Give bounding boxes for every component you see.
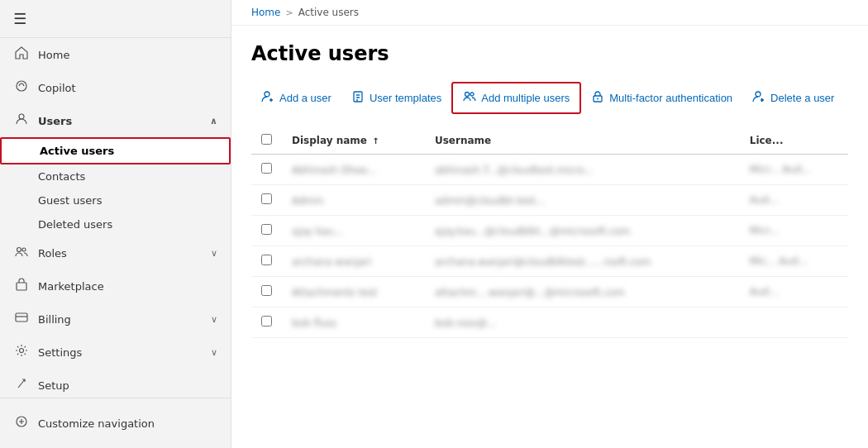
sidebar-subitem-guest-users[interactable]: Guest users	[0, 188, 231, 212]
cell-display-name: Attachments test	[282, 277, 425, 307]
svg-point-8	[265, 92, 269, 97]
sidebar-item-setup-label: Setup	[38, 379, 69, 392]
roles-icon	[13, 245, 30, 261]
sidebar-item-copilot[interactable]: Copilot	[0, 71, 231, 104]
cell-display-name: Admin	[282, 185, 425, 216]
table-row[interactable]: Admin admin@cloudbt-test... Aud...	[251, 185, 848, 216]
customize-navigation-label: Customize navigation	[38, 417, 155, 430]
table-row[interactable]: ajay kau... ajay.kau...@cloudblkt...@mic…	[251, 216, 848, 246]
header-username: Username	[425, 127, 740, 155]
customize-navigation-item[interactable]: Customize navigation	[13, 407, 217, 440]
cell-license: Aud...	[740, 185, 848, 216]
add-multiple-users-button[interactable]: Add multiple users	[451, 82, 581, 114]
user-templates-icon	[351, 90, 365, 106]
svg-rect-4	[17, 283, 26, 290]
svg-point-3	[22, 248, 26, 251]
svg-point-10	[465, 93, 470, 97]
cell-username: ajay.kau...@cloudblkt...@microsoft.com	[425, 216, 740, 246]
table-row[interactable]: Attachments test attachm....wanjari@...@…	[251, 277, 848, 307]
sidebar-item-marketplace[interactable]: Marketplace	[0, 269, 231, 303]
cell-display-name: ajay kau...	[282, 216, 425, 246]
copilot-icon	[13, 79, 30, 96]
sidebar-item-users[interactable]: Users ∧	[0, 104, 231, 137]
page-title: Active users	[251, 42, 848, 65]
cell-license: Micr... Aud...	[740, 155, 848, 185]
row-checkbox[interactable]	[261, 255, 272, 265]
sidebar-bottom: Customize navigation	[0, 398, 231, 448]
row-checkbox[interactable]	[261, 224, 272, 235]
users-icon	[13, 112, 30, 129]
sidebar-item-settings[interactable]: Settings ∨	[0, 336, 231, 369]
row-checkbox[interactable]	[261, 285, 272, 296]
sidebar: ☰ Home Copilot Users ∧ Active users	[0, 0, 231, 448]
add-multiple-users-label: Add multiple users	[481, 92, 570, 104]
svg-point-6	[20, 349, 24, 353]
sidebar-item-billing-label: Billing	[38, 313, 71, 326]
mfa-button[interactable]: Multi-factor authentication	[581, 83, 742, 112]
sidebar-header: ☰	[0, 0, 231, 38]
cell-username: attachm....wanjari@...@microsoft.com	[425, 277, 740, 307]
main-content: Home > Active users Active users Add a u…	[231, 0, 868, 448]
delete-user-icon	[752, 90, 765, 106]
page-content: Active users Add a user User templates A…	[231, 26, 868, 448]
sidebar-item-users-label: Users	[38, 115, 72, 127]
sidebar-item-roles[interactable]: Roles ∨	[0, 236, 231, 269]
sidebar-item-settings-label: Settings	[38, 346, 82, 359]
row-checkbox[interactable]	[261, 193, 272, 204]
users-chevron-icon: ∧	[210, 116, 217, 126]
add-multiple-users-icon	[463, 90, 476, 106]
sidebar-item-home-label: Home	[38, 49, 69, 61]
billing-chevron-icon: ∨	[211, 314, 217, 325]
breadcrumb-home[interactable]: Home	[251, 7, 280, 18]
cell-license: Mic... Aud...	[740, 246, 848, 277]
settings-chevron-icon: ∨	[211, 347, 217, 358]
cell-username: archana.wanjari@cloudblktest......rsoft.…	[425, 246, 740, 277]
header-display-name[interactable]: Display name ↑	[282, 127, 425, 155]
toolbar: Add a user User templates Add multiple u…	[251, 82, 848, 114]
header-checkbox-cell	[251, 127, 282, 155]
home-icon	[13, 46, 30, 63]
hamburger-icon[interactable]: ☰	[13, 10, 26, 27]
select-all-checkbox[interactable]	[261, 134, 272, 145]
table-row[interactable]: Abhinash Dhee... abhinash.T...@cloudtest…	[251, 155, 848, 185]
sidebar-item-roles-label: Roles	[38, 247, 67, 260]
cell-license	[740, 307, 848, 338]
row-checkbox[interactable]	[261, 316, 272, 326]
roles-chevron-icon: ∨	[211, 248, 217, 259]
cell-license: Aud...	[740, 277, 848, 307]
row-checkbox[interactable]	[261, 163, 272, 174]
add-user-label: Add a user	[279, 92, 331, 104]
marketplace-icon	[13, 278, 30, 294]
setup-icon	[13, 377, 30, 393]
sidebar-item-home[interactable]: Home	[0, 38, 231, 71]
sidebar-subitem-deleted-users-label: Deleted users	[38, 218, 112, 231]
svg-point-0	[17, 81, 26, 91]
mfa-label: Multi-factor authentication	[609, 92, 732, 104]
cell-username: admin@cloudbt-test...	[425, 185, 740, 216]
sidebar-subitem-active-users[interactable]: Active users	[0, 137, 231, 164]
user-templates-button[interactable]: User templates	[341, 83, 451, 112]
breadcrumb-separator: >	[285, 7, 293, 18]
users-table: Display name ↑ Username Lice...	[251, 127, 848, 338]
svg-point-13	[597, 98, 599, 100]
sidebar-item-setup[interactable]: Setup	[0, 369, 231, 398]
add-user-icon	[261, 90, 274, 106]
table-row[interactable]: bob fluss bob.ross@...	[251, 307, 848, 338]
sidebar-subitem-guest-users-label: Guest users	[38, 194, 102, 207]
settings-icon	[13, 344, 30, 360]
sidebar-item-billing[interactable]: Billing ∨	[0, 303, 231, 336]
billing-icon	[13, 311, 30, 327]
sidebar-subitem-contacts[interactable]: Contacts	[0, 164, 231, 188]
cell-display-name: Abhinash Dhee...	[282, 155, 425, 185]
add-user-button[interactable]: Add a user	[251, 83, 341, 112]
svg-rect-5	[16, 313, 27, 322]
cell-username: abhinash.T...@cloudtest.micro...	[425, 155, 740, 185]
breadcrumb-current: Active users	[298, 7, 359, 18]
delete-user-button[interactable]: Delete a user	[742, 83, 844, 112]
sidebar-nav: Home Copilot Users ∧ Active users Contac…	[0, 38, 231, 398]
sidebar-item-marketplace-label: Marketplace	[38, 280, 104, 293]
cell-license: Micr...	[740, 216, 848, 246]
table-row[interactable]: archana wanjari archana.wanjari@cloudblk…	[251, 246, 848, 277]
sidebar-subitem-deleted-users[interactable]: Deleted users	[0, 212, 231, 236]
mfa-icon	[591, 90, 604, 106]
